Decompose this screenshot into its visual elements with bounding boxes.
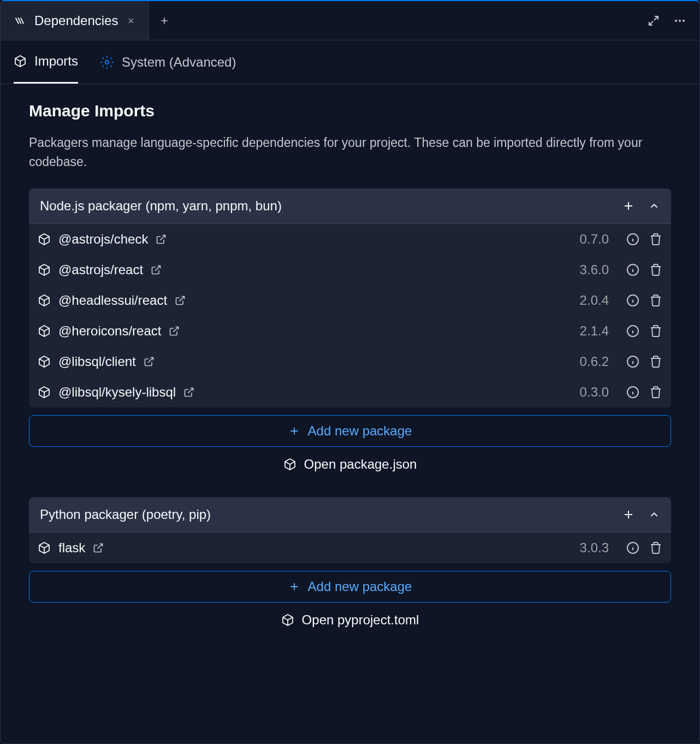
- package-name: @headlessui/react: [58, 293, 167, 308]
- chevron-up-icon[interactable]: [648, 509, 660, 521]
- info-icon[interactable]: [626, 541, 639, 554]
- package-row: @astrojs/check 0.7.0: [29, 224, 671, 255]
- external-link-icon[interactable]: [93, 542, 104, 553]
- open-package-json-label: Open package.json: [304, 457, 417, 472]
- cube-icon: [38, 263, 51, 276]
- add-node-package-button[interactable]: Add new package: [29, 415, 671, 447]
- cube-icon: [14, 55, 27, 68]
- package-version: 0.6.2: [580, 354, 609, 369]
- package-name: @libsql/client: [58, 354, 136, 369]
- info-icon[interactable]: [626, 233, 639, 246]
- package-version: 0.7.0: [580, 232, 609, 247]
- trash-icon[interactable]: [649, 541, 662, 554]
- svg-point-2: [683, 20, 685, 22]
- package-name: @astrojs/check: [58, 232, 148, 247]
- package-version: 2.1.4: [580, 323, 609, 339]
- more-icon[interactable]: [673, 14, 686, 27]
- python-packager-header[interactable]: Python packager (poetry, pip): [29, 497, 671, 533]
- package-version: 2.0.4: [580, 293, 609, 308]
- package-row: @headlessui/react 2.0.4: [29, 285, 671, 316]
- package-name: @libsql/kysely-libsql: [58, 385, 176, 400]
- external-link-icon[interactable]: [169, 326, 180, 336]
- trash-icon[interactable]: [649, 386, 662, 399]
- external-link-icon[interactable]: [144, 356, 155, 367]
- python-package-list: flask 3.0.3: [29, 533, 671, 563]
- package-name: @heroicons/react: [58, 323, 161, 339]
- page-description: Packagers manage language-specific depen…: [29, 133, 671, 171]
- plus-icon[interactable]: [622, 508, 635, 521]
- svg-point-0: [675, 20, 677, 22]
- tab-dependencies[interactable]: Dependencies: [1, 1, 149, 40]
- expand-icon[interactable]: [647, 14, 660, 27]
- svg-point-1: [679, 20, 681, 22]
- add-python-package-label: Add new package: [308, 579, 412, 594]
- node-package-list: @astrojs/check 0.7.0: [29, 224, 671, 408]
- python-packager-title: Python packager (poetry, pip): [40, 507, 622, 522]
- cube-icon: [38, 294, 51, 307]
- trash-icon[interactable]: [649, 263, 662, 276]
- external-link-icon[interactable]: [183, 387, 194, 398]
- package-row: @libsql/kysely-libsql 0.3.0: [29, 377, 671, 408]
- package-row: flask 3.0.3: [29, 533, 671, 563]
- cube-icon: [38, 355, 51, 368]
- external-link-icon[interactable]: [156, 234, 167, 245]
- trash-icon[interactable]: [649, 294, 662, 307]
- open-pyproject-toml[interactable]: Open pyproject.toml: [29, 603, 671, 637]
- info-icon[interactable]: [626, 355, 639, 368]
- info-icon[interactable]: [626, 263, 639, 276]
- add-node-package-label: Add new package: [308, 423, 412, 439]
- cube-icon: [38, 324, 51, 338]
- package-row: @heroicons/react 2.1.4: [29, 316, 671, 346]
- page-title: Manage Imports: [29, 102, 671, 120]
- package-row: @astrojs/react 3.6.0: [29, 255, 671, 285]
- package-name: @astrojs/react: [58, 262, 143, 277]
- tab-system-label: System (Advanced): [122, 55, 236, 70]
- package-name: flask: [58, 540, 85, 556]
- tab-imports-label: Imports: [34, 54, 78, 69]
- info-icon[interactable]: [626, 324, 639, 338]
- info-icon[interactable]: [626, 386, 639, 399]
- tab-bar: Dependencies: [1, 1, 699, 40]
- cube-icon: [38, 233, 51, 246]
- open-pyproject-label: Open pyproject.toml: [302, 612, 419, 628]
- bars-icon: [14, 15, 26, 27]
- package-version: 3.6.0: [580, 262, 609, 277]
- tab-title: Dependencies: [34, 13, 118, 28]
- cube-icon: [38, 541, 51, 554]
- trash-icon[interactable]: [649, 355, 662, 368]
- package-version: 0.3.0: [580, 385, 609, 400]
- trash-icon[interactable]: [649, 324, 662, 338]
- info-icon[interactable]: [626, 294, 639, 307]
- tab-system[interactable]: System (Advanced): [100, 40, 236, 84]
- external-link-icon[interactable]: [175, 295, 186, 306]
- node-packager-title: Node.js packager (npm, yarn, pnpm, bun): [40, 198, 622, 214]
- external-link-icon[interactable]: [151, 264, 162, 275]
- cube-icon: [38, 386, 51, 399]
- add-python-package-button[interactable]: Add new package: [29, 571, 671, 603]
- plus-icon[interactable]: [622, 199, 635, 212]
- tab-imports[interactable]: Imports: [14, 40, 78, 84]
- subtabs: Imports System (Advanced): [1, 40, 699, 84]
- new-tab-button[interactable]: [149, 1, 180, 40]
- chevron-up-icon[interactable]: [648, 200, 660, 212]
- gear-icon: [100, 55, 114, 69]
- package-version: 3.0.3: [580, 540, 609, 556]
- open-package-json[interactable]: Open package.json: [29, 447, 671, 482]
- node-packager-header[interactable]: Node.js packager (npm, yarn, pnpm, bun): [29, 188, 671, 224]
- close-icon[interactable]: [127, 16, 135, 25]
- svg-point-3: [105, 60, 109, 64]
- trash-icon[interactable]: [649, 233, 662, 246]
- package-row: @libsql/client 0.6.2: [29, 346, 671, 377]
